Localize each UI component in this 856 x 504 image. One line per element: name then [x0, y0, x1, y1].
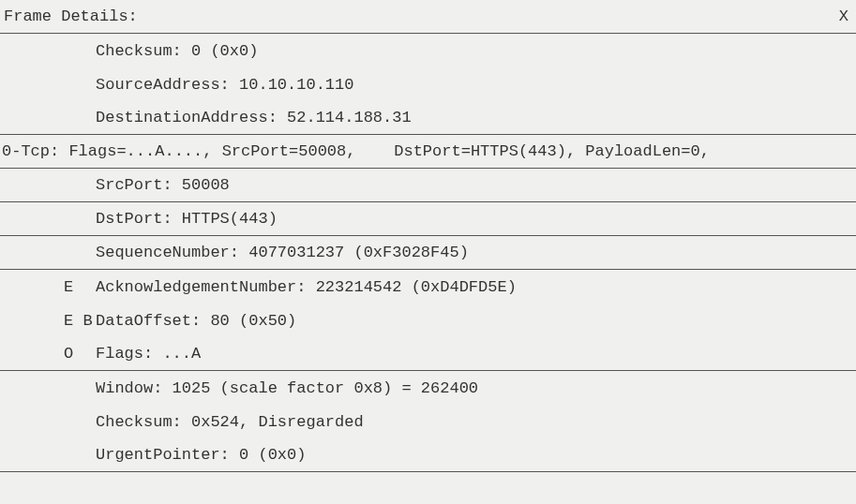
tcp-acknowledgement-number: AcknowledgementNumber: 223214542 (0xD4DF…: [96, 278, 517, 296]
frame-details-panel: Frame Details: X Checksum: 0 (0x0) Sourc…: [0, 0, 856, 504]
tcp-sequence-number: SequenceNumber: 4077031237 (0xF3028F45): [96, 244, 469, 261]
tcp-flags: Flags: ...A: [96, 345, 201, 363]
ip-destination-address: DestinationAddress: 52.114.188.31: [96, 109, 412, 126]
tcp-dstport-row: DstPort: HTTPS(443): [0, 202, 856, 236]
ip-source-address: SourceAddress: 10.10.10.110: [96, 76, 353, 94]
tcp-urgent-pointer: UrgentPointer: 0 (0x0): [96, 446, 306, 464]
tcp-checksum-row: Checksum: 0x524, Disregarded: [0, 405, 856, 438]
ip-source-row: SourceAddress: 10.10.10.110: [0, 67, 856, 101]
tcp-summary-row: 0-Tcp: Flags=...A...., SrcPort=50008, Ds…: [0, 135, 856, 169]
tcp-ack-row: EAcknowledgementNumber: 223214542 (0xD4D…: [0, 270, 856, 304]
dataoffset-marker: E B: [0, 312, 96, 330]
tcp-flags-row: OFlags: ...A: [0, 337, 856, 371]
ip-dest-row: DestinationAddress: 52.114.188.31: [0, 101, 856, 135]
tcp-dataoffset-row: E BDataOffset: 80 (0x50): [0, 304, 856, 337]
frame-header-row: Frame Details: X: [0, 0, 856, 34]
tcp-summary: 0-Tcp: Flags=...A...., SrcPort=50008, Ds…: [2, 142, 710, 160]
tcp-dstport: DstPort: HTTPS(443): [96, 210, 278, 228]
tcp-srcport-row: SrcPort: 50008: [0, 169, 856, 202]
ip-checksum-row: Checksum: 0 (0x0): [0, 34, 856, 67]
frame-title: Frame Details:: [4, 7, 138, 25]
tcp-urgent-row: UrgentPointer: 0 (0x0): [0, 438, 856, 472]
flags-marker: O: [0, 345, 96, 363]
ack-marker: E: [0, 278, 96, 296]
close-icon[interactable]: X: [839, 7, 848, 25]
tcp-data-offset: DataOffset: 80 (0x50): [96, 312, 296, 330]
tcp-checksum: Checksum: 0x524, Disregarded: [96, 413, 364, 431]
ip-checksum: Checksum: 0 (0x0): [96, 42, 258, 60]
tcp-srcport: SrcPort: 50008: [96, 176, 230, 194]
tcp-window-row: Window: 1025 (scale factor 0x8) = 262400: [0, 371, 856, 405]
tcp-window: Window: 1025 (scale factor 0x8) = 262400: [96, 379, 478, 397]
tcp-seq-row: SequenceNumber: 4077031237 (0xF3028F45): [0, 236, 856, 270]
